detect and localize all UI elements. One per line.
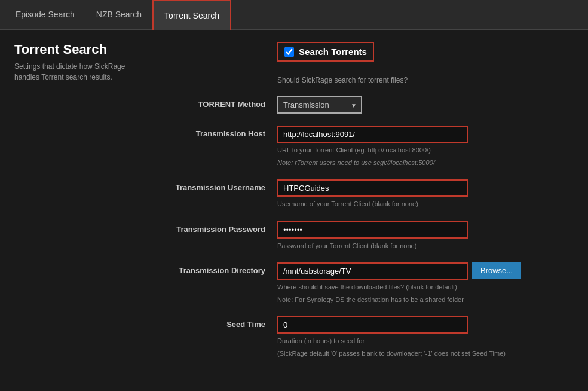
tab-episode-search[interactable]: Episode Search (5, 0, 85, 29)
transmission-password-input[interactable] (277, 221, 468, 239)
tab-nzb-search[interactable]: NZB Search (85, 0, 152, 29)
transmission-username-label: Transmission Username (146, 179, 277, 192)
transmission-username-input[interactable] (277, 179, 468, 197)
seed-time-field: Duration (in hours) to seed for (SickRag… (277, 316, 574, 358)
search-torrents-description: Should SickRage search for torrent files… (277, 74, 574, 84)
torrent-method-label: TORRENT Method (146, 96, 277, 109)
transmission-password-row: Transmission Password Password of your T… (146, 221, 574, 251)
form-rows: TORRENT Method Black Hole Transmission D… (146, 96, 574, 358)
torrent-method-field: Black Hole Transmission Deluge uTorrent … (277, 96, 574, 114)
search-torrents-checkbox[interactable] (284, 47, 294, 57)
torrent-method-select-wrapper: Black Hole Transmission Deluge uTorrent … (277, 96, 362, 114)
transmission-host-input[interactable] (277, 126, 468, 143)
transmission-host-label: Transmission Host (146, 126, 277, 138)
seed-time-hint1: Duration (in hours) to seed for (277, 336, 574, 346)
browse-button[interactable]: Browse... (472, 262, 521, 279)
transmission-host-row: Transmission Host URL to your Torrent Cl… (146, 126, 574, 167)
directory-input-row: Browse... (277, 262, 574, 280)
transmission-directory-label: Transmission Directory (146, 262, 277, 275)
select-wrapper: Black Hole Transmission Deluge uTorrent … (278, 97, 362, 113)
transmission-directory-input[interactable] (277, 262, 468, 280)
transmission-host-field: URL to your Torrent Client (eg. http://l… (277, 126, 574, 167)
seed-time-input[interactable] (277, 316, 468, 334)
seed-time-hint2: (SickRage default '0' passes blank to do… (277, 349, 574, 359)
page-description: Settings that dictate how SickRage handl… (14, 61, 134, 83)
transmission-directory-hint1: Where should it save the downloaded file… (277, 282, 574, 292)
tab-torrent-search[interactable]: Torrent Search (152, 0, 231, 30)
search-torrents-row: Search Torrents (277, 42, 374, 62)
sidebar-info: Torrent Search Settings that dictate how… (14, 42, 146, 370)
page-title: Torrent Search (14, 42, 146, 57)
transmission-directory-hint2: Note: For Synology DS the destination ha… (277, 295, 574, 305)
transmission-password-field: Password of your Torrent Client (blank f… (277, 221, 574, 251)
transmission-username-hint: Username of your Torrent Client (blank f… (277, 199, 574, 209)
search-torrents-label: Search Torrents (299, 47, 367, 57)
form-area: Search Torrents Should SickRage search f… (146, 42, 574, 370)
transmission-username-field: Username of your Torrent Client (blank f… (277, 179, 574, 209)
tab-bar: Episode Search NZB Search Torrent Search (0, 0, 588, 30)
transmission-directory-field: Browse... Where should it save the downl… (277, 262, 574, 304)
transmission-username-row: Transmission Username Username of your T… (146, 179, 574, 209)
transmission-host-hint1: URL to your Torrent Client (eg. http://l… (277, 145, 574, 155)
seed-time-row: Seed Time Duration (in hours) to seed fo… (146, 316, 574, 358)
transmission-password-label: Transmission Password (146, 221, 277, 234)
transmission-host-hint2: Note: rTorrent users need to use scgi://… (277, 158, 574, 168)
transmission-password-hint: Password of your Torrent Client (blank f… (277, 241, 574, 251)
main-content: Torrent Search Settings that dictate how… (0, 30, 588, 382)
torrent-method-row: TORRENT Method Black Hole Transmission D… (146, 96, 574, 114)
transmission-directory-row: Transmission Directory Browse... Where s… (146, 262, 574, 304)
seed-time-label: Seed Time (146, 316, 277, 329)
torrent-method-select[interactable]: Black Hole Transmission Deluge uTorrent … (278, 97, 362, 113)
